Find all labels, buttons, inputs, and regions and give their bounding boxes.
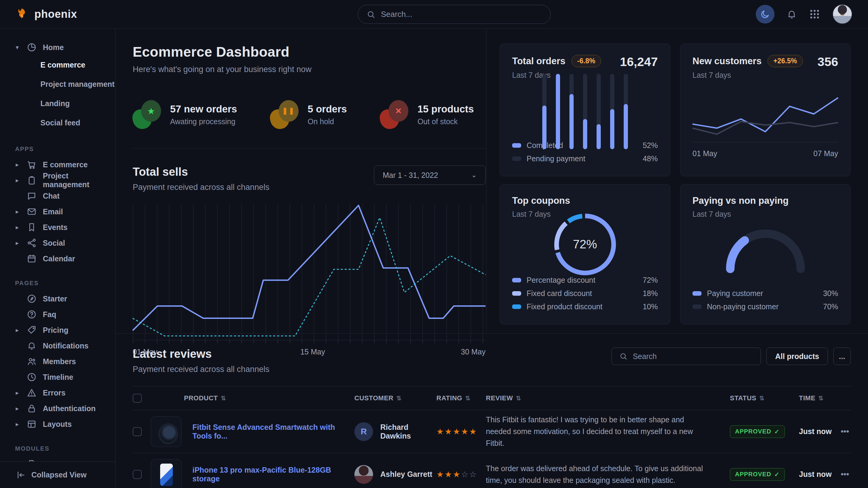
total-sells-title: Total sells [133,165,269,178]
x-tick-label: 30 May [461,348,486,356]
legend-value: 10% [643,302,658,311]
rating-stars: ★★★☆☆ [436,470,477,479]
sidebar-item-label: Events [43,223,67,232]
sidebar-item-errors[interactable]: ▸ Errors [0,385,115,400]
x-axis-labels: 01 May 07 May [692,149,838,158]
sidebar-item-label: Layouts [43,420,72,429]
clock-icon [27,372,37,382]
sidebar-item-calendar[interactable]: Calendar [0,251,115,266]
row-checkbox[interactable] [133,470,142,479]
collapse-arrow-icon [15,470,25,480]
customer-avatar[interactable] [354,465,373,484]
sidebar-subitem-social-feed[interactable]: Social feed [0,113,115,132]
table-row[interactable]: iPhone 13 pro max-Pacific Blue-128GB sto… [133,453,851,488]
row-checkbox[interactable] [133,427,142,436]
card-subtitle: Last 7 days [692,210,789,219]
brand-logo[interactable]: phoenix [16,7,77,21]
sidebar-subitem-landing[interactable]: Landing [0,94,115,113]
column-header-status[interactable]: STATUS⇅ [730,394,799,402]
warning-icon [27,388,37,398]
sidebar-item-chat[interactable]: Chat [0,188,115,204]
dark-mode-toggle[interactable] [756,5,775,24]
sidebar-subitem-project-management[interactable]: Project management [0,74,115,94]
sidebar-item-email[interactable]: ▸ Email [0,204,115,220]
product-link[interactable]: Fitbit Sense Advanced Smartwatch with To… [192,423,354,441]
legend-row: Non-paying customer 70% [692,300,838,313]
caret-right-icon: ▸ [14,326,21,334]
legend-row: Fixed card discount 18% [512,287,658,300]
reviews-search[interactable] [611,348,761,365]
row-more-button[interactable]: ••• [836,427,851,436]
column-header-customer[interactable]: CUSTOMER⇅ [354,394,436,402]
all-products-button[interactable]: All products [766,348,828,365]
date-range-select[interactable]: Mar 1 - 31, 2022 ⌄ [374,165,486,185]
sidebar-item-members[interactable]: Members [0,354,115,369]
legend-label: Fixed product discount [527,302,602,311]
caret-right-icon: ▸ [14,389,21,396]
collapsed-view-toggle[interactable]: Collapsed View [0,461,115,488]
sidebar-item-label: Social [43,239,65,248]
success-stat-icon: ★ [133,100,162,129]
sidebar-item-project-management[interactable]: ▸ Project management [0,172,115,188]
x-axis-labels: 01 May 15 May 30 May [133,348,486,360]
caret-right-icon: ▸ [14,239,21,247]
product-link[interactable]: iPhone 13 pro max-Pacific Blue-128GB sto… [192,466,354,483]
sidebar-item-forms[interactable]: ▸ Forms [0,456,115,461]
sidebar-item-pricing[interactable]: ▸ Pricing [0,322,115,338]
brand-name: phoenix [34,8,77,21]
sidebar-item-social[interactable]: ▸ Social [0,235,115,251]
legend-label: Pending payment [527,154,585,163]
orders-bar-chart [542,74,628,149]
sidebar-item-label: Faq [43,310,56,319]
caret-down-icon: ▾ [14,44,21,51]
global-search-input[interactable] [381,10,542,19]
sidebar-item-events[interactable]: ▸ Events [0,220,115,235]
legend-swatch [512,143,521,148]
global-search[interactable] [358,5,551,24]
product-thumbnail[interactable] [151,459,182,488]
warning-stat-icon: ❚❚ [270,100,299,129]
select-all-checkbox[interactable] [133,394,142,403]
legend-label: Fixed card discount [527,289,592,298]
sidebar-item-label: Notifications [43,341,88,350]
product-thumbnail[interactable] [151,416,182,447]
apps-grid-button[interactable] [809,8,820,20]
sidebar-subitem-e-commerce[interactable]: E commerce [0,55,115,74]
order-bar [610,74,614,149]
sidebar-item-authentication[interactable]: ▸ Authentication [0,400,115,416]
legend-value: 18% [643,289,658,298]
review-text: The order was delivered ahead of schedul… [486,463,730,486]
divider [133,148,486,149]
danger-stat-icon: ✕ [380,100,409,129]
user-avatar[interactable] [832,4,852,24]
sidebar-item-label: Project management [43,171,115,189]
table-row[interactable]: Fitbit Sense Advanced Smartwatch with To… [133,410,851,453]
sidebar-item-e-commerce[interactable]: ▸ E commerce [0,157,115,172]
sidebar-item-home[interactable]: ▾ Home [0,39,115,55]
sidebar-item-timeline[interactable]: Timeline [0,369,115,385]
sidebar-item-faq[interactable]: Faq [0,306,115,322]
legend-swatch [692,304,702,309]
new-customers-value: 356 [818,55,838,69]
sidebar-item-layouts[interactable]: ▸ Layouts [0,416,115,432]
column-header-product[interactable]: PRODUCT⇅ [151,394,354,402]
sidebar-item-starter[interactable]: Starter [0,291,115,306]
search-icon [618,352,628,360]
clipboard-icon [27,175,37,185]
stat-value: 5 orders [308,103,347,115]
notifications-button[interactable] [786,8,797,20]
legend-value: 30% [823,289,838,298]
sidebar-item-notifications[interactable]: Notifications [0,338,115,354]
card-title: New customers [692,56,762,67]
lock-icon [27,403,37,414]
column-header-review[interactable]: REVIEW⇅ [486,394,730,402]
row-more-button[interactable]: ••• [836,469,851,479]
donut-center-label: 72% [552,211,618,278]
more-options-button[interactable]: ... [833,348,851,365]
column-header-time[interactable]: TIME⇅ [799,394,836,402]
order-bar [556,74,560,149]
customer-avatar[interactable]: R [354,422,373,441]
reviews-search-input[interactable] [633,352,754,361]
stat-value: 15 products [417,103,474,115]
column-header-rating[interactable]: RATING⇅ [436,394,486,402]
